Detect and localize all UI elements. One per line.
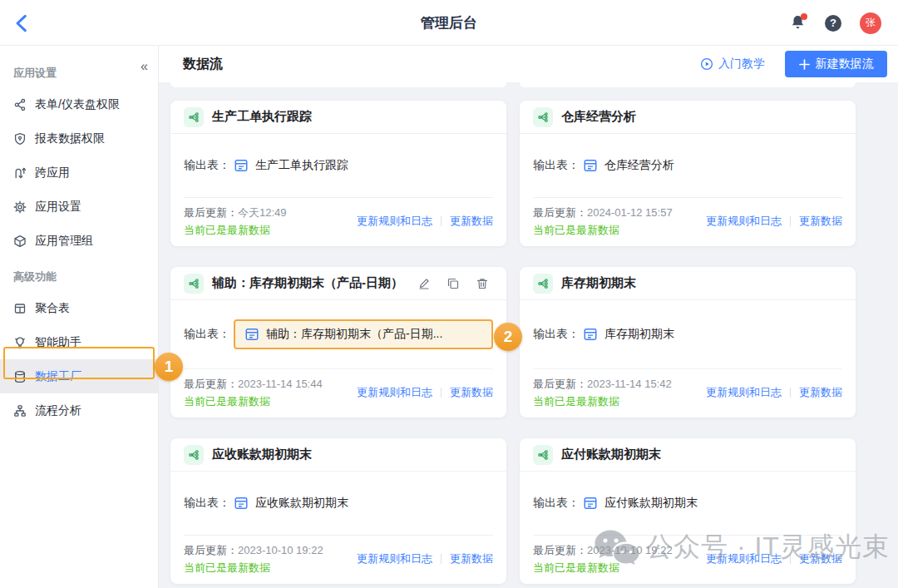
dataflow-icon — [533, 274, 553, 294]
update-rules-log-link[interactable]: 更新规则和日志 — [357, 385, 432, 400]
update-rules-log-link[interactable]: 更新规则和日志 — [357, 214, 432, 229]
form-table-icon — [234, 158, 249, 173]
last-update-time: 2023-11-14 15:42 — [587, 378, 672, 390]
loop-arrows-icon — [13, 166, 27, 180]
sidebar-item-report-data-permissions[interactable]: 报表数据权限 — [0, 121, 158, 156]
sidebar-item-label: 报表数据权限 — [35, 131, 105, 146]
help-button[interactable]: ? — [825, 15, 841, 32]
update-data-link[interactable]: 更新数据 — [450, 551, 493, 566]
sidebar-item-process-analysis[interactable]: 流程分析 — [0, 393, 158, 427]
plus-icon — [799, 59, 810, 70]
status-latest-data: 当前已是最新数据 — [184, 221, 287, 239]
form-table-icon — [234, 496, 249, 511]
card-title: 应付账款期初期末 — [561, 447, 661, 462]
copy-icon[interactable] — [447, 277, 460, 290]
update-data-link[interactable]: 更新数据 — [799, 551, 842, 566]
update-data-link[interactable]: 更新数据 — [450, 214, 493, 229]
last-update-time: 今天12:49 — [238, 206, 287, 219]
sidebar-item-smart-assistant[interactable]: 智能助手 — [0, 325, 158, 359]
edit-icon[interactable] — [417, 277, 431, 290]
output-table-name: 应付账款期初期末 — [604, 496, 698, 511]
form-table-icon — [583, 158, 598, 173]
sidebar-item-aggregate-table[interactable]: 聚合表 — [0, 291, 158, 325]
card-actions — [417, 277, 493, 290]
lightbulb-icon — [13, 336, 27, 349]
sidebar-item-data-factory[interactable]: 数据工厂 — [0, 359, 158, 393]
last-update-label: 最后更新： — [184, 206, 238, 219]
link-separator — [790, 554, 791, 564]
page-title: 管理后台 — [0, 0, 898, 46]
create-dataflow-button[interactable]: 新建数据流 — [785, 51, 887, 77]
dataflow-card-production-order-tracking[interactable]: 生产工单执行跟踪 输出表： 生产工单执行跟踪 最后更新：今天12:49 当前已是… — [170, 101, 506, 246]
scrolled-card-edges — [170, 82, 898, 87]
sidebar-section-advanced: 高级功能 — [0, 258, 158, 291]
sidebar-section-app-settings: 应用设置 — [0, 46, 158, 87]
dataflow-icon — [533, 107, 553, 127]
last-update-label: 最后更新： — [533, 378, 587, 390]
delete-icon[interactable] — [476, 277, 489, 290]
dataflow-card-warehouse-analysis[interactable]: 仓库经营分析 输出表： 仓库经营分析 最后更新：2024-01-12 15:57… — [520, 101, 856, 246]
last-update-time: 2023-11-14 15:44 — [238, 378, 323, 390]
status-latest-data: 当前已是最新数据 — [184, 559, 323, 576]
table-grid-icon — [13, 302, 27, 315]
sidebar-item-app-settings[interactable]: 应用设置 — [0, 190, 158, 224]
dataflow-card-payables-period[interactable]: 应付账款期初期末 输出表： 应付账款期初期末 最后更新：2023-10-10 1… — [520, 438, 856, 584]
gear-icon — [13, 200, 27, 214]
update-rules-log-link[interactable]: 更新规则和日志 — [706, 214, 782, 229]
output-table-name: 仓库经营分析 — [604, 158, 674, 173]
status-latest-data: 当前已是最新数据 — [184, 393, 323, 410]
update-data-link[interactable]: 更新数据 — [799, 214, 842, 229]
dataflow-card-aux-inventory-period[interactable]: 辅助：库存期初期末（产品-日期） 输出表： — [170, 267, 506, 418]
output-table-label: 输出表： — [184, 158, 230, 173]
create-dataflow-label: 新建数据流 — [816, 57, 874, 72]
sidebar-item-app-management-group[interactable]: 应用管理组 — [0, 224, 158, 258]
sidebar-item-label: 智能助手 — [35, 335, 81, 350]
link-separator — [790, 216, 791, 226]
sidebar-collapse-icon[interactable]: « — [141, 59, 148, 74]
sidebar-item-label: 应用管理组 — [35, 234, 93, 249]
link-separator — [441, 554, 442, 564]
notification-badge-dot — [801, 13, 807, 20]
output-table-chip: 生产工单执行跟踪 — [234, 158, 348, 173]
output-table-chip: 应收账款期初期末 — [234, 496, 348, 511]
output-table-chip-highlighted[interactable]: 辅助：库存期初期末（产品-日期... — [234, 319, 493, 349]
last-update-time: 2023-10-10 19:22 — [587, 544, 673, 556]
card-title: 应收账款期初期末 — [212, 447, 312, 462]
notifications-button[interactable] — [790, 14, 807, 32]
update-rules-log-link[interactable]: 更新规则和日志 — [357, 551, 432, 566]
sidebar-item-label: 表单/仪表盘权限 — [35, 97, 120, 112]
dataflow-card-inventory-period[interactable]: 库存期初期末 输出表： 库存期初期末 最后更新：2023-11-14 15:42… — [520, 267, 856, 418]
update-data-link[interactable]: 更新数据 — [799, 385, 842, 400]
sidebar-item-form-dashboard-permissions[interactable]: 表单/仪表盘权限 — [0, 87, 158, 121]
output-table-name: 生产工单执行跟踪 — [255, 158, 348, 173]
tutorial-link[interactable]: 入门教学 — [700, 57, 765, 72]
form-table-icon — [583, 327, 598, 342]
share-nodes-icon — [13, 98, 27, 111]
tutorial-label: 入门教学 — [718, 57, 765, 72]
dataflow-card-receivables-period[interactable]: 应收账款期初期末 输出表： 应收账款期初期末 最后更新：2023-10-10 1… — [170, 438, 506, 584]
link-separator — [441, 388, 442, 398]
update-data-link[interactable]: 更新数据 — [450, 385, 493, 400]
output-table-label: 输出表： — [184, 496, 230, 511]
sidebar: « 应用设置 表单/仪表盘权限 报表数据权限 跨应用 应用设置 — [0, 46, 159, 588]
last-update-label: 最后更新： — [184, 378, 238, 390]
output-table-chip: 仓库经营分析 — [583, 158, 674, 173]
last-update-time: 2024-01-12 15:57 — [587, 206, 673, 219]
last-update-label: 最后更新： — [184, 544, 238, 556]
main-area: 数据流 入门教学 新建数据流 — [159, 46, 898, 588]
update-rules-log-link[interactable]: 更新规则和日志 — [706, 385, 782, 400]
update-rules-log-link[interactable]: 更新规则和日志 — [706, 551, 782, 566]
card-title: 仓库经营分析 — [561, 109, 636, 125]
sidebar-item-label: 聚合表 — [35, 301, 70, 316]
output-table-chip: 应付账款期初期末 — [583, 496, 698, 511]
sidebar-item-label: 跨应用 — [35, 166, 70, 180]
user-avatar[interactable]: 张 — [860, 12, 881, 34]
card-title: 生产工单执行跟踪 — [212, 109, 312, 125]
dataflow-icon — [184, 274, 204, 294]
status-latest-data: 当前已是最新数据 — [533, 559, 673, 576]
cube-icon — [13, 235, 27, 248]
sidebar-item-cross-app[interactable]: 跨应用 — [0, 156, 158, 190]
shield-icon — [13, 132, 27, 146]
org-chart-icon — [13, 404, 27, 418]
topbar: 管理后台 ? 张 — [0, 0, 898, 46]
